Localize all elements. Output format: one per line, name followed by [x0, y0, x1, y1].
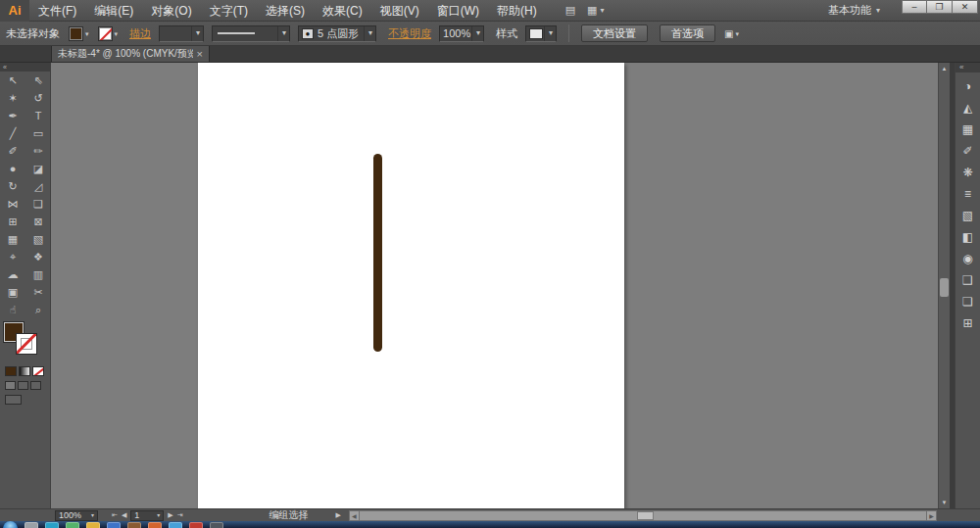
scroll-left-icon[interactable]: ◀: [349, 510, 360, 521]
brush-definition-dropdown[interactable]: ● 5 点圆形 ▾: [298, 25, 376, 42]
mesh-tool[interactable]: ▦: [0, 230, 25, 248]
artboard-number-field[interactable]: 1 ▾: [130, 510, 164, 521]
scroll-up-icon[interactable]: ▲: [939, 63, 950, 74]
pencil-tool[interactable]: ✏: [25, 142, 51, 160]
zoom-level-dropdown[interactable]: 100% ▾: [55, 510, 98, 521]
prev-artboard-button[interactable]: ◀: [122, 511, 126, 519]
swatches-panel-icon[interactable]: ▦: [956, 119, 980, 140]
width-profile-dropdown[interactable]: ▾: [212, 25, 290, 42]
width-tool[interactable]: ⋈: [0, 195, 25, 213]
taskbar-app-icon[interactable]: [210, 522, 223, 528]
restore-button[interactable]: ❐: [927, 0, 953, 14]
layers-panel-icon[interactable]: ❏: [956, 291, 980, 312]
color-guide-panel-icon[interactable]: ◭: [956, 97, 980, 119]
stroke-weight-field[interactable]: ▾: [159, 25, 204, 42]
menu-window[interactable]: 窗口(W): [428, 0, 488, 22]
menu-effect[interactable]: 效果(C): [314, 0, 371, 22]
rectangle-tool[interactable]: ▭: [25, 124, 51, 142]
drawn-brush-stroke[interactable]: [373, 154, 382, 352]
zoom-tool[interactable]: ⌕: [25, 301, 51, 318]
screen-mode-button[interactable]: [5, 395, 22, 405]
column-graph-tool[interactable]: ▥: [25, 265, 51, 283]
artboard-tool[interactable]: ▣: [0, 283, 25, 301]
document-setup-button[interactable]: 文档设置: [581, 24, 648, 42]
next-artboard-button[interactable]: ▶: [168, 511, 172, 519]
lasso-tool[interactable]: ↺: [25, 89, 51, 107]
color-button[interactable]: [5, 366, 17, 376]
stroke-panel-icon[interactable]: ≡: [956, 183, 980, 205]
eyedropper-tool[interactable]: ⌖: [0, 248, 25, 265]
fill-color-swatch[interactable]: ▾: [69, 26, 89, 41]
gradient-button[interactable]: [19, 366, 30, 376]
menu-select[interactable]: 选择(S): [257, 0, 314, 22]
gradient-tool[interactable]: ▧: [25, 230, 51, 248]
stroke-color-swatch[interactable]: ▾: [98, 26, 119, 41]
dock-collapse-chevron[interactable]: «: [956, 63, 980, 72]
style-dropdown[interactable]: ▾: [525, 25, 557, 42]
gradient-panel-icon[interactable]: ▧: [956, 205, 980, 226]
menu-type[interactable]: 文字(T): [201, 0, 257, 22]
app-logo-icon[interactable]: Ai: [0, 0, 29, 22]
scroll-down-icon[interactable]: ▼: [939, 497, 950, 508]
free-transform-tool[interactable]: ❏: [25, 195, 51, 213]
selection-tool[interactable]: ↖: [0, 72, 25, 89]
taskbar-app-icon[interactable]: [24, 522, 38, 528]
vertical-scrollbar[interactable]: ▲ ▼: [938, 63, 950, 508]
color-panel-icon[interactable]: ◑: [956, 75, 980, 97]
artboard[interactable]: [198, 63, 624, 508]
graphic-styles-panel-icon[interactable]: ❑: [956, 269, 980, 291]
arrange-documents-button[interactable]: ▦▾: [587, 4, 604, 17]
document-tab[interactable]: 未标题-4* @ 100% (CMYK/预览) ×: [51, 46, 210, 62]
draw-normal-button[interactable]: [5, 381, 16, 390]
taskbar-app-icon[interactable]: [86, 522, 100, 528]
opacity-panel-link[interactable]: 不透明度: [388, 26, 431, 41]
taskbar-app-icon[interactable]: [169, 522, 182, 528]
scale-tool[interactable]: ◿: [25, 177, 51, 195]
canvas-area[interactable]: ▲ ▼: [51, 63, 950, 508]
horizontal-scroll-track[interactable]: [360, 510, 926, 521]
opacity-field[interactable]: 100% ▾: [439, 25, 484, 42]
taskbar-app-icon[interactable]: [127, 522, 141, 528]
menu-view[interactable]: 视图(V): [371, 0, 428, 22]
line-segment-tool[interactable]: ╱: [0, 124, 25, 142]
slice-tool[interactable]: ✂: [25, 283, 51, 301]
direct-selection-tool[interactable]: ⇖: [25, 72, 51, 89]
taskbar-app-icon[interactable]: [189, 522, 203, 528]
start-button[interactable]: [3, 521, 18, 528]
menu-edit[interactable]: 编辑(E): [85, 0, 142, 22]
menu-help[interactable]: 帮助(H): [488, 0, 546, 22]
symbol-sprayer-tool[interactable]: ☁: [0, 265, 25, 283]
draw-inside-button[interactable]: [30, 381, 41, 390]
first-artboard-button[interactable]: ⇤: [112, 511, 118, 519]
menu-file[interactable]: 文件(F): [29, 0, 85, 22]
workspace-switcher[interactable]: 基本功能 ▾: [816, 3, 892, 18]
perspective-grid-tool[interactable]: ⊠: [25, 213, 51, 230]
hand-tool[interactable]: ☝: [0, 301, 25, 318]
pen-tool[interactable]: ✒: [0, 107, 25, 124]
menu-object[interactable]: 对象(O): [142, 0, 200, 22]
paintbrush-tool[interactable]: ✐: [0, 142, 25, 160]
taskbar-app-icon[interactable]: [107, 522, 121, 528]
taskbar-app-icon[interactable]: [45, 522, 59, 528]
shape-builder-tool[interactable]: ⊞: [0, 213, 25, 230]
close-button[interactable]: ✕: [953, 0, 978, 14]
appearance-panel-icon[interactable]: ◉: [956, 248, 980, 269]
preferences-button[interactable]: 首选项: [660, 24, 715, 42]
tab-close-icon[interactable]: ×: [193, 48, 203, 60]
taskbar-app-icon[interactable]: [148, 522, 162, 528]
none-button[interactable]: [32, 366, 44, 376]
stroke-swatch[interactable]: [17, 334, 36, 354]
control-panel-menu[interactable]: ▣ ▾: [724, 28, 739, 39]
brushes-panel-icon[interactable]: ✐: [956, 140, 980, 162]
horizontal-scroll-thumb[interactable]: [637, 511, 654, 520]
horizontal-scrollbar[interactable]: ◀ ▶: [349, 510, 937, 521]
artboards-panel-icon[interactable]: ⊞: [956, 312, 980, 334]
transparency-panel-icon[interactable]: ◧: [956, 226, 980, 248]
tools-panel-header[interactable]: «: [0, 63, 50, 72]
status-flyout-icon[interactable]: ▶: [336, 511, 341, 519]
document-layout-icon[interactable]: ▤: [565, 4, 575, 17]
magic-wand-tool[interactable]: ✶: [0, 89, 25, 107]
vertical-scroll-thumb[interactable]: [940, 278, 949, 297]
type-tool[interactable]: T: [25, 107, 51, 124]
scroll-right-icon[interactable]: ▶: [926, 510, 937, 521]
